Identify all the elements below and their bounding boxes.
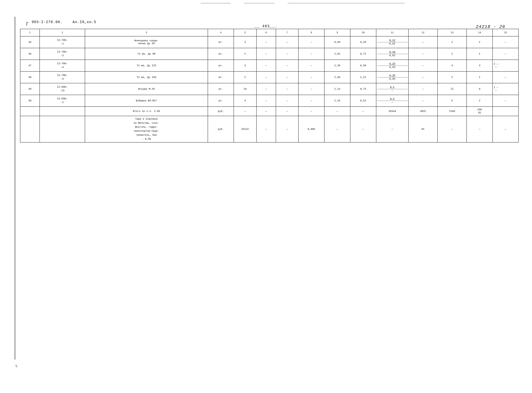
cell-tara-col8: 0,005: [298, 116, 324, 142]
cell-total-col4: руб.: [208, 107, 234, 116]
cell-50-col8: —: [298, 95, 324, 107]
cell-47-col8: —: [298, 60, 324, 71]
cell-50-name: Бобышка БП–М27: [85, 95, 208, 107]
cell-45-code: I2–700––I: [40, 36, 85, 48]
cell-46-col6: —: [256, 48, 276, 60]
cell-47-col4: шт.: [208, 60, 234, 71]
cell-47-col5: 3: [234, 60, 256, 71]
cell-45-col4: шт.: [208, 36, 234, 48]
cell-tara-col13: —: [438, 116, 467, 142]
col-header-10: 10: [350, 29, 376, 36]
cell-total-col9: —: [324, 107, 350, 116]
cell-45-name: Фланцевое соеди-нение Ду 50: [85, 36, 208, 48]
cell-total-col15: [493, 107, 518, 116]
table-row-tara: Тара и упаковка на фильтры, суль- фоугол…: [20, 116, 518, 142]
cell-50-col6: —: [256, 95, 276, 107]
cell-49-col8: —: [298, 83, 324, 95]
cell-tara-col9: —: [324, 116, 350, 142]
bottom-corner-mark: └: [15, 364, 18, 370]
cell-total-col14: 290 82: [467, 107, 493, 116]
cell-45-col15: —: [493, 36, 518, 48]
cell-47-col13: 4: [438, 60, 467, 71]
col-header-14: 14: [467, 29, 493, 36]
header-bracket: ┌: [25, 20, 28, 25]
cell-47-col15: I — —: [493, 60, 518, 71]
cell-48-col14: I: [467, 71, 493, 83]
cell-tara-num: [20, 116, 40, 142]
cell-49-col15: I — —: [493, 83, 518, 95]
doc-number: 903-I-278.90.: [32, 20, 63, 24]
cell-49-col10: 0,75: [350, 83, 376, 95]
col-header-11: 11: [376, 29, 409, 36]
cell-tara-col10: —: [350, 116, 376, 142]
col-header-8: 8: [298, 29, 324, 36]
cell-46-col10: 0,7I: [350, 48, 376, 60]
cell-tara-col4: руб.: [208, 116, 234, 142]
cell-tara-col11: —: [376, 116, 409, 142]
cell-50-col13: 5: [438, 95, 467, 107]
cell-48-col8: —: [298, 71, 324, 83]
table-row-50: 50 I2–698––I Бобышка БП–М27 шт. 4 — — — …: [20, 95, 518, 107]
cell-47-col7: —: [276, 60, 298, 71]
cell-45-col7: —: [276, 36, 298, 48]
cell-48-col12: —: [408, 71, 438, 83]
cell-49-col7: —: [276, 83, 298, 95]
cell-46-num: 46: [20, 48, 40, 60]
cell-total-col5: —: [234, 107, 256, 116]
cell-tara-col14: —: [467, 116, 493, 142]
cell-50-col7: —: [276, 95, 298, 107]
cell-48-code: I2–700––5: [40, 71, 85, 83]
top-line-3: [288, 3, 405, 3]
col-header-4: 4: [208, 29, 234, 36]
col-header-12: 12: [408, 29, 438, 36]
col-header-7: 7: [276, 29, 298, 36]
cell-tara-code: [40, 116, 85, 142]
cell-48-col13: 2: [438, 71, 467, 83]
cell-total-col7: —: [276, 107, 298, 116]
cell-47-col11: 0,25 0,03: [376, 60, 409, 71]
cell-45-col13: 2: [438, 36, 467, 48]
cell-50-col5: 4: [234, 95, 256, 107]
cell-46-col14: I: [467, 48, 493, 60]
cell-total-col8: —: [298, 107, 324, 116]
cell-45-col11: 0,I2 0,0I: [376, 36, 409, 48]
cell-47-col9: I,39: [324, 60, 350, 71]
cell-48-col10: I,2I: [350, 71, 376, 83]
left-border: [15, 17, 15, 359]
cell-47-num: 47: [20, 60, 40, 71]
col-header-2: 2: [40, 29, 85, 36]
cell-48-col5: I: [234, 71, 256, 83]
cell-total-name: Итого по п.п. I–50: [85, 107, 208, 116]
cell-49-num: 49: [20, 83, 40, 95]
cell-46-col5: I: [234, 48, 256, 60]
cell-tara-col15: —: [493, 116, 518, 142]
cell-49-col13: II: [438, 83, 467, 95]
center-page-number: __ 483__.: [255, 24, 278, 29]
cell-48-num: 48: [20, 71, 40, 83]
cell-49-code: I2–698––I5: [40, 83, 85, 95]
cell-46-col12: —: [408, 48, 438, 60]
cell-48-col11: 0,35 0,05: [376, 71, 409, 83]
cell-49-col9: I,I4: [324, 83, 350, 95]
cell-total-col13: I546: [438, 107, 467, 116]
cell-48-col15: —: [493, 71, 518, 83]
table-row-46: 46 I2–700––2 То же, Ду 80 шт. I — — — I,…: [20, 48, 518, 60]
cell-45-col10: 0,49: [350, 36, 376, 48]
header-info: 903-I-278.90. Ал.I8,кн.5: [32, 20, 96, 24]
cell-total-col11: 20344: [376, 107, 409, 116]
cell-50-col11: 0,I —: [376, 95, 409, 107]
col-header-15: 15: [493, 29, 518, 36]
main-table: 1 2 3 4 5 6 7 8 9 10 11 12 13 14 15 45 I…: [20, 29, 519, 142]
table-row-45: 45 I2–700––I Фланцевое соеди-нение Ду 50…: [20, 36, 518, 48]
cell-46-col9: I,0I: [324, 48, 350, 60]
cell-46-col8: —: [298, 48, 324, 60]
cell-50-col10: 0,52: [350, 95, 376, 107]
col-header-3: 3: [85, 29, 208, 36]
cell-total-col10: —: [350, 107, 376, 116]
cell-46-name: То же, Ду 80: [85, 48, 208, 60]
cell-48-col4: шт.: [208, 71, 234, 83]
cell-tara-col12: 8I: [408, 116, 438, 142]
right-doc-number: 24218 - 26: [476, 24, 505, 29]
col-header-1: 1: [20, 29, 40, 36]
cell-48-col7: —: [276, 71, 298, 83]
